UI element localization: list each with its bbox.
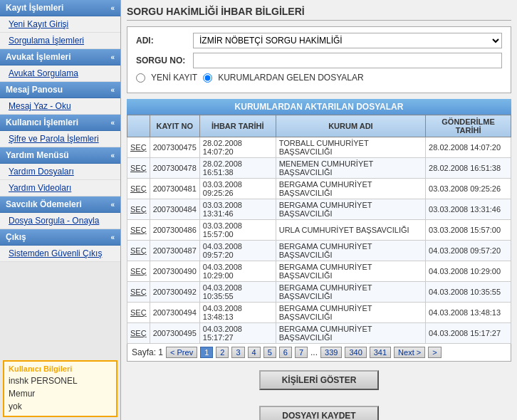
last-page-button[interactable]: > [428,347,441,358]
page-2-button[interactable]: 2 [216,347,229,358]
sec-cell-8[interactable]: SEÇ [127,303,150,323]
kurumlardan-gelen-radio[interactable] [203,73,212,83]
gonderilme-cell-5: 04.03.2008 09:57:20 [426,241,511,261]
user-info-line2: Memur [9,387,112,400]
sec-cell-4[interactable]: SEÇ [127,220,150,241]
kurum-adi-cell-9: BERGAMA CUMHURİYET BAŞSAVCILIĞI [276,323,425,344]
sidebar-section-kayit-label: Kayıt İşlemleri [6,3,63,13]
sidebar-item-dosya-sorgula[interactable]: Dosya Sorgula - Onayla [0,213,120,229]
kayit-no-cell-1: 2007300478 [150,158,199,179]
page-7-button[interactable]: 7 [295,347,308,358]
kurum-adi-cell-0: TORBALL CUMHURİYET BAŞSAVCILIĞI [276,137,425,158]
pagination-row: Sayfa: 1 < Prev 1 2 3 4 5 6 7 ... 339 34… [127,344,511,362]
gonderilme-cell-7: 04.03.2008 10:35:55 [426,282,511,303]
ihbar-tarihi-cell-6: 04.03.2008 10:29:00 [199,261,276,282]
sidebar-section-avukat[interactable]: Avukat İşlemleri « [0,49,120,65]
dosyayi-kaydet-button[interactable]: DOSYAYI KAYDET [259,406,378,420]
kayit-no-cell-6: 2007300490 [150,261,199,282]
sidebar-item-sorgulama[interactable]: Sorgulama İşlemleri [0,33,120,49]
kayit-no-cell-9: 2007300495 [150,323,199,344]
sidebar-item-avukat-sorgulama[interactable]: Avukat Sorgulama [0,65,120,82]
sidebar-item-yeni-kayit[interactable]: Yeni Kayıt Girişi [0,16,120,33]
table-row: SEÇ 2007300478 28.02.2008 16:51:38 MENEM… [127,158,511,179]
ihbar-tarihi-cell-1: 28.02.2008 16:51:38 [199,158,276,179]
gonderilme-cell-3: 03.03.2008 13:31:46 [426,199,511,220]
chevron-up-icon-7: « [110,233,115,241]
sidebar-section-savcilik[interactable]: Savcılık Ödemeleri « [0,196,120,213]
sidebar-item-sistemden-cikis[interactable]: Sistemden Güvenli Çıkış [0,246,120,262]
sidebar-section-kayit[interactable]: Kayıt İşlemleri « [0,0,120,16]
table-row: SEÇ 2007300495 04.03.2008 15:17:27 BERGA… [127,323,511,344]
sec-cell-7[interactable]: SEÇ [127,282,150,303]
gonderilme-cell-0: 28.02.2008 14:07:20 [426,137,511,158]
sec-cell-0[interactable]: SEÇ [127,137,150,158]
chevron-up-icon-6: « [110,201,115,209]
dosyayi-kaydet-row: DOSYAYI KAYDET [127,400,511,420]
chevron-up-icon-5: « [110,152,115,159]
page-341-button[interactable]: 341 [370,347,391,358]
ihbar-tarihi-cell-9: 04.03.2008 15:17:27 [199,323,276,344]
kisiler-goster-button[interactable]: KİŞİLERİ GÖSTER [259,370,380,390]
sidebar-item-yardim-videolari[interactable]: Yardım Videoları [0,180,120,196]
kurum-adi-cell-7: BERGAMA CUMHURİYET BAŞSAVCILIĞI [276,282,425,303]
yeni-kayit-radio[interactable] [136,73,145,83]
ihbar-tarihi-cell-3: 03.03.2008 13:31:46 [199,199,276,220]
page-5-button[interactable]: 5 [263,347,276,358]
chevron-up-icon-4: « [110,119,115,127]
sidebar-section-kullanici[interactable]: Kullanıcı İşlemleri « [0,115,120,131]
sec-cell-3[interactable]: SEÇ [127,199,150,220]
kurum-adi-cell-1: MENEMEN CUMHURİYET BAŞSAVCILIĞI [276,158,425,179]
chevron-up-icon: « [110,4,115,12]
page-3-button[interactable]: 3 [231,347,244,358]
sidebar-section-mesaj-label: Mesaj Panosu [6,85,63,95]
sidebar-item-mesaj-yaz[interactable]: Mesaj Yaz - Oku [0,98,120,115]
page-1-button[interactable]: 1 [200,347,213,358]
ihbar-tarihi-cell-5: 04.03.2008 09:57:20 [199,241,276,261]
sidebar-section-yardim[interactable]: Yardım Menüsü « [0,147,120,164]
gonderilme-cell-8: 04.03.2008 13:48:13 [426,303,511,323]
kurumlardan-gelen-radio-label: KURUMLARDAN GELEN DOSYALAR [218,73,364,83]
sec-cell-2[interactable]: SEÇ [127,179,150,199]
chevron-up-icon-2: « [110,53,115,61]
user-info-title: Kullanıcı Bilgileri [9,364,112,373]
sec-cell-6[interactable]: SEÇ [127,261,150,282]
form-section: ADI: İZMİR NÖBETÇİ SORGU HAKİMLİĞİ SORGU… [127,26,511,93]
data-table: KAYIT NO İHBAR TARİHİ KURUM ADI GÖNDERİL… [127,115,511,344]
prev-button[interactable]: < Prev [166,347,197,358]
sidebar-section-savcilik-label: Savcılık Ödemeleri [6,199,82,209]
adi-select[interactable]: İZMİR NÖBETÇİ SORGU HAKİMLİĞİ [193,33,502,48]
table-row: SEÇ 2007300486 03.03.2008 15:57:00 URLA … [127,220,511,241]
sidebar-section-cikis-label: Çıkış [6,232,26,242]
sidebar-section-kullanici-label: Kullanıcı İşlemleri [6,117,78,127]
col-header-sec [127,115,150,137]
kurum-adi-cell-2: BERGAMA CUMHURİYET BAŞSAVCILIĞI [276,179,425,199]
chevron-up-icon-3: « [110,86,115,94]
kayit-no-cell-5: 2007300487 [150,241,199,261]
sec-cell-9[interactable]: SEÇ [127,323,150,344]
page-6-button[interactable]: 6 [279,347,292,358]
next-button[interactable]: Next > [394,347,425,358]
sidebar-section-cikis[interactable]: Çıkış « [0,229,120,246]
sidebar-section-yardim-label: Yardım Menüsü [6,150,69,160]
sorgu-no-input[interactable] [193,53,502,68]
gonderilme-cell-2: 03.03.2008 09:25:26 [426,179,511,199]
yeni-kayit-radio-label: YENİ KAYIT [151,73,197,83]
page-339-button[interactable]: 339 [320,347,342,358]
sidebar-item-yardim-dosyalari[interactable]: Yardım Dosyaları [0,164,120,180]
page-4-button[interactable]: 4 [248,347,261,358]
ihbar-tarihi-cell-2: 03.03.2008 09:25:26 [199,179,276,199]
ihbar-tarihi-cell-8: 04.03.2008 13:48:13 [199,303,276,323]
sec-cell-1[interactable]: SEÇ [127,158,150,179]
gonderilme-cell-4: 03.03.2008 15:57:00 [426,220,511,241]
user-info-line1: inshk PERSONEL [9,374,112,387]
action-buttons: KİŞİLERİ GÖSTER [127,364,511,396]
table-row: SEÇ 2007300475 28.02.2008 14:07:20 TORBA… [127,137,511,158]
kurum-adi-cell-5: BERGAMA CUMHURİYET BAŞSAVCILIĞI [276,241,425,261]
sayfa-label: Sayfa: 1 [132,347,163,357]
sidebar-section-mesaj[interactable]: Mesaj Panosu « [0,82,120,98]
page-340-button[interactable]: 340 [345,347,366,358]
sec-cell-5[interactable]: SEÇ [127,241,150,261]
user-info-line3: yok [9,400,112,413]
page-title: SORGU HAKİMLİĞİ İHBAR BİLGİLERİ [127,6,511,21]
sidebar-item-sifre[interactable]: Şifre ve Parola İşlemleri [0,131,120,147]
